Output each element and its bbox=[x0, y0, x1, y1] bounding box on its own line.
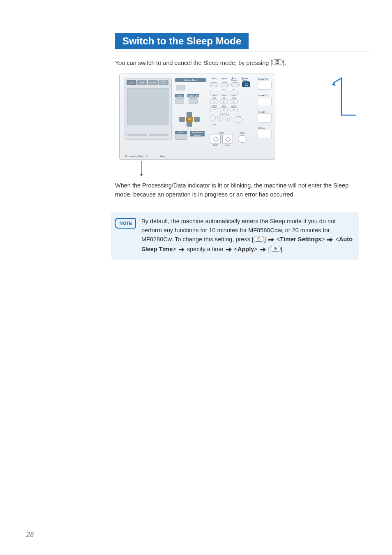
panel-tab-direct: DIRECT PRINT bbox=[159, 80, 168, 85]
intro-post: ]. bbox=[283, 60, 286, 66]
panel-tab-fax: FAX bbox=[137, 80, 147, 85]
coded-dial-button bbox=[189, 98, 198, 104]
panel-tab-scan: SCAN bbox=[148, 80, 158, 85]
clear-button: C bbox=[235, 118, 243, 123]
arrow-icon bbox=[260, 245, 266, 254]
svg-point-4 bbox=[141, 174, 143, 176]
specify-time: specify a time bbox=[185, 246, 225, 252]
leader-line-icon bbox=[141, 161, 351, 178]
jpprint-button: JP Print bbox=[258, 130, 272, 139]
scan-pc1-button: Scan▶PC1 bbox=[258, 81, 272, 90]
bracket-close: ]. bbox=[281, 246, 284, 252]
apply: Apply bbox=[238, 246, 254, 252]
panel-lcd bbox=[127, 88, 169, 125]
heading-text: Switch to the Sleep Mode bbox=[115, 33, 249, 49]
arrow-icon bbox=[327, 235, 333, 244]
back-label: Back bbox=[175, 131, 187, 134]
scan-pc2-button: Scan▶PC2 bbox=[258, 97, 272, 106]
angle-open: < bbox=[336, 236, 339, 243]
energy-saver-key-icon bbox=[272, 59, 283, 68]
stop-label: Stop bbox=[238, 132, 247, 134]
energy-label: Energy Saver bbox=[240, 77, 249, 81]
stop-button bbox=[238, 135, 247, 143]
address-book-button bbox=[176, 85, 185, 90]
toner-label: Toner Monitor bbox=[230, 77, 239, 81]
menu-label: Menu bbox=[210, 77, 218, 81]
panel-tab-copy: COPY bbox=[127, 80, 136, 85]
callout-arrow bbox=[333, 78, 358, 128]
nav-right bbox=[194, 117, 200, 122]
control-panel-illustration: COPY FAX SCAN DIRECT PRINT Address Book … bbox=[119, 74, 351, 160]
angle-close: > bbox=[254, 246, 259, 252]
note-text: By default, the machine automatically en… bbox=[141, 217, 353, 254]
address-book-label: Address Book bbox=[175, 78, 206, 82]
section-heading: Switch to the Sleep Mode bbox=[115, 33, 351, 49]
energy-saver-button bbox=[242, 81, 250, 87]
tone-label: Tone bbox=[210, 124, 218, 126]
nav-down bbox=[187, 122, 192, 127]
heading-underline bbox=[115, 51, 370, 51]
svg-point-10 bbox=[275, 248, 276, 249]
reset-label: Reset bbox=[175, 94, 184, 97]
angle-close: > bbox=[173, 246, 178, 252]
back-button bbox=[175, 134, 187, 140]
nav-up bbox=[187, 112, 192, 117]
angle-open: < bbox=[234, 246, 238, 252]
menu-key-icon bbox=[270, 245, 281, 254]
numpad: ABCDEF 123 GHIJKLMNO 456 PQRSTUVWXYZ 789… bbox=[210, 89, 243, 126]
nav-left bbox=[179, 117, 185, 122]
coded-dial-label: Coded Dial bbox=[187, 94, 199, 97]
menu-key-icon bbox=[254, 235, 264, 244]
processing-data-label: Processing/Data bbox=[125, 155, 143, 157]
toner-button bbox=[231, 82, 240, 87]
arrow-icon bbox=[226, 245, 232, 254]
intro-paragraph: You can switch to and cancel the Sleep m… bbox=[115, 59, 351, 68]
reset-button bbox=[175, 98, 184, 104]
arrow-icon bbox=[268, 235, 274, 244]
clear-label: Clear bbox=[235, 116, 243, 118]
report-button bbox=[221, 82, 229, 87]
start-color-button bbox=[222, 134, 233, 144]
bracket: ] bbox=[264, 236, 267, 243]
arrow-icon bbox=[179, 245, 184, 254]
start-bw-button bbox=[210, 134, 221, 144]
select-paper-label: Select Paper/ Settings bbox=[190, 131, 205, 136]
menu-button bbox=[210, 82, 218, 87]
error-label: Error bbox=[160, 155, 165, 157]
page-number: 28 bbox=[26, 531, 34, 539]
nav-ok: OK bbox=[186, 117, 193, 122]
note-badge-text: NOTE bbox=[120, 221, 132, 226]
note-box: NOTE By default, the machine automatical… bbox=[111, 212, 359, 260]
idcopy-button: ID Copy bbox=[258, 113, 272, 123]
report-label: Report bbox=[220, 77, 228, 81]
note-badge: NOTE bbox=[114, 217, 135, 229]
timer-settings: Timer Settings bbox=[280, 236, 321, 243]
intro-pre: You can switch to and cancel the Sleep m… bbox=[115, 60, 272, 66]
svg-point-7 bbox=[258, 238, 259, 239]
angle-close: > bbox=[321, 236, 327, 243]
angle-open: < bbox=[277, 236, 280, 243]
indicator-caption: When the Processing/Data indicator is li… bbox=[115, 181, 351, 199]
